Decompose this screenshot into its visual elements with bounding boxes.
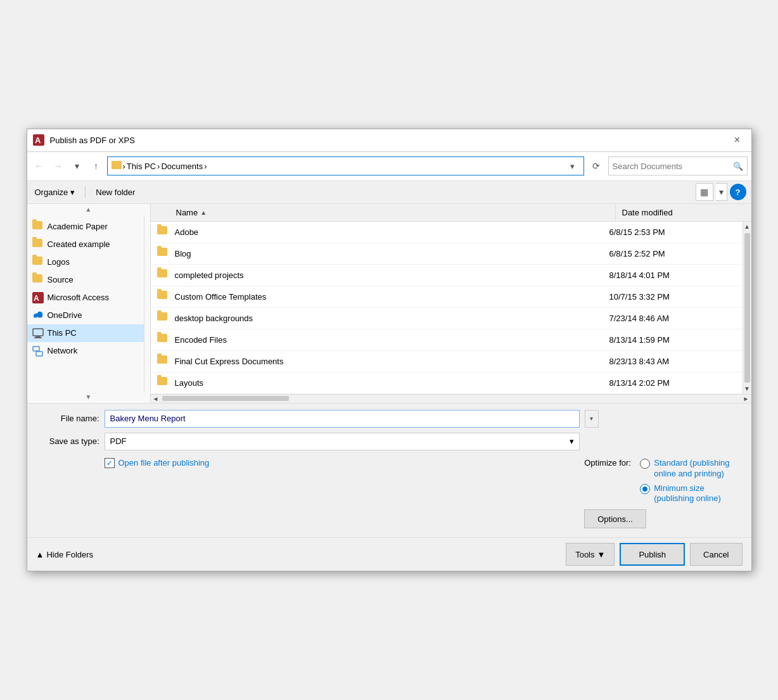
file-item-name: Layouts xyxy=(175,378,609,388)
options-row: ✓ Open file after publishing Optimize fo… xyxy=(36,458,743,531)
radio-minimum[interactable] xyxy=(640,484,650,494)
crumb-thispc: This PC xyxy=(127,162,156,171)
search-box[interactable]: 🔍 xyxy=(608,156,748,175)
file-item-desktop-backgrounds[interactable]: desktop backgrounds 7/23/14 8:46 AM xyxy=(151,308,743,329)
hide-folders-arrow: ▲ xyxy=(36,550,44,559)
horizontal-scrollbar[interactable]: ◄ ► xyxy=(151,394,751,403)
scroll-thumb-h[interactable] xyxy=(162,396,289,401)
sidebar-scroll-up[interactable]: ▲ xyxy=(27,204,150,215)
radio-minimum-item[interactable]: Minimum size(publishing online) xyxy=(640,483,729,505)
scroll-down-arrow[interactable]: ▼ xyxy=(743,384,751,394)
svg-point-5 xyxy=(34,314,37,317)
search-icon: 🔍 xyxy=(733,162,743,171)
new-folder-label: New folder xyxy=(96,188,135,197)
sidebar-item-onedrive[interactable]: OneDrive xyxy=(27,307,144,324)
scroll-right-arrow[interactable]: ► xyxy=(741,394,751,403)
save-type-select[interactable]: PDF ▾ xyxy=(105,433,580,450)
sidebar-item-academic-paper[interactable]: Academic Paper xyxy=(27,218,144,236)
sidebar-item-label: Logos xyxy=(48,257,70,267)
file-item-completed-projects[interactable]: completed projects 8/18/14 4:01 PM xyxy=(151,265,743,286)
refresh-button[interactable]: ⟳ xyxy=(587,156,606,175)
optimize-label: Optimize for: xyxy=(584,458,635,468)
name-label: Name xyxy=(176,208,198,217)
file-item-name: completed projects xyxy=(175,270,609,280)
publish-button[interactable]: Publish xyxy=(620,543,685,566)
svg-rect-10 xyxy=(33,347,39,351)
file-item-custom-office[interactable]: Custom Office Templates 10/7/15 3:32 PM xyxy=(151,286,743,308)
svg-text:A: A xyxy=(34,294,39,303)
dropdown-button[interactable]: ▾ xyxy=(69,158,86,174)
sidebar-item-microsoft-access[interactable]: A Microsoft Access xyxy=(27,289,144,307)
view-dropdown-arrow: ▾ xyxy=(719,187,724,197)
cancel-button[interactable]: Cancel xyxy=(690,543,742,566)
organize-arrow: ▾ xyxy=(70,188,75,197)
close-button[interactable]: × xyxy=(729,131,746,149)
address-bar[interactable]: › This PC › Documents › ▾ xyxy=(107,156,584,175)
back-button[interactable]: ← xyxy=(31,158,48,174)
file-item-final-cut[interactable]: Final Cut Express Documents 8/23/13 8:43… xyxy=(151,351,743,372)
vertical-scrollbar[interactable]: ▲ ▼ xyxy=(743,222,751,394)
search-input[interactable] xyxy=(613,162,733,171)
toolbar: Organize ▾ New folder ▦ ▾ ? xyxy=(27,181,751,204)
file-item-layouts[interactable]: Layouts 8/13/14 2:02 PM xyxy=(151,372,743,394)
sidebar-item-network[interactable]: Network xyxy=(27,342,144,360)
scroll-left-arrow[interactable]: ◄ xyxy=(151,394,161,403)
address-dropdown-button[interactable]: ▾ xyxy=(566,159,580,173)
date-column-header[interactable]: Date modified xyxy=(616,205,743,220)
organize-button[interactable]: Organize ▾ xyxy=(32,186,78,198)
tools-button[interactable]: Tools ▼ xyxy=(566,543,615,566)
new-folder-button[interactable]: New folder xyxy=(93,186,137,198)
file-item-adobe[interactable]: Adobe 6/8/15 2:53 PM xyxy=(151,222,743,243)
file-item-date: 6/8/15 2:53 PM xyxy=(609,227,736,237)
radio-standard-item[interactable]: Standard (publishingonline and printing) xyxy=(640,458,729,480)
file-name-dropdown[interactable]: ▾ xyxy=(585,410,599,428)
folder-icon xyxy=(32,274,44,286)
file-item-encoded-files[interactable]: Encoded Files 8/13/14 1:59 PM xyxy=(151,329,743,351)
file-item-date: 8/23/13 8:43 AM xyxy=(609,357,736,366)
name-column-header[interactable]: Name ▲ xyxy=(151,205,616,220)
up-button[interactable]: ↑ xyxy=(88,158,105,174)
main-content: ▲ Academic Paper Created example Logos xyxy=(27,204,751,403)
folder-icon xyxy=(157,226,170,238)
radio-standard-label: Standard (publishingonline and printing) xyxy=(654,458,729,480)
open-after-label[interactable]: Open file after publishing xyxy=(118,458,210,468)
bottom-section: File name: ▾ Save as type: PDF ▾ ✓ xyxy=(27,403,751,538)
hide-folders-button[interactable]: ▲ Hide Folders xyxy=(36,550,94,559)
optimize-row: Optimize for: Standard (publishingonline… xyxy=(584,458,729,505)
save-type-label: Save as type: xyxy=(36,436,99,446)
svg-rect-8 xyxy=(35,336,41,338)
tools-arrow: ▼ xyxy=(597,550,606,559)
sidebar-item-this-pc[interactable]: This PC xyxy=(27,324,144,342)
sidebar-item-label: Created example xyxy=(48,239,110,249)
folder-icon xyxy=(157,355,170,367)
nav-bar: ← → ▾ ↑ › This PC › Documents › ▾ ⟳ xyxy=(27,152,751,181)
file-list-container: Name ▲ Date modified Adobe 6/8/15 2:5 xyxy=(151,204,751,403)
svg-rect-11 xyxy=(36,352,42,356)
file-item-blog[interactable]: Blog 6/8/15 2:52 PM xyxy=(151,243,743,265)
crumb-documents: Documents xyxy=(161,162,203,171)
scroll-up-arrow[interactable]: ▲ xyxy=(743,222,751,232)
sidebar-item-created-example[interactable]: Created example xyxy=(27,236,144,253)
radio-minimum-label: Minimum size(publishing online) xyxy=(654,483,721,505)
sidebar-scroll-down[interactable]: ▼ xyxy=(27,391,150,403)
radio-standard[interactable] xyxy=(640,459,650,469)
options-button[interactable]: Options... xyxy=(584,509,646,528)
svg-text:A: A xyxy=(35,136,41,145)
file-name-input[interactable] xyxy=(105,410,580,428)
scroll-thumb[interactable] xyxy=(744,233,750,383)
folder-icon xyxy=(32,239,44,250)
footer-right: Tools ▼ Publish Cancel xyxy=(566,543,742,566)
view-dropdown-button[interactable]: ▾ xyxy=(716,183,727,201)
file-item-date: 8/13/14 2:02 PM xyxy=(609,378,736,388)
open-after-checkbox[interactable]: ✓ xyxy=(105,458,115,468)
help-button[interactable]: ? xyxy=(730,184,746,200)
crumb-sep3: › xyxy=(204,162,207,171)
forward-button[interactable]: → xyxy=(50,158,67,174)
svg-rect-9 xyxy=(34,337,42,338)
sidebar-item-logos[interactable]: Logos xyxy=(27,253,144,271)
sidebar-item-source[interactable]: Source xyxy=(27,271,144,289)
view-button[interactable]: ▦ xyxy=(696,183,713,201)
file-item-date: 8/18/14 4:01 PM xyxy=(609,270,736,280)
folder-icon xyxy=(32,221,44,232)
column-header: Name ▲ Date modified xyxy=(151,204,751,222)
